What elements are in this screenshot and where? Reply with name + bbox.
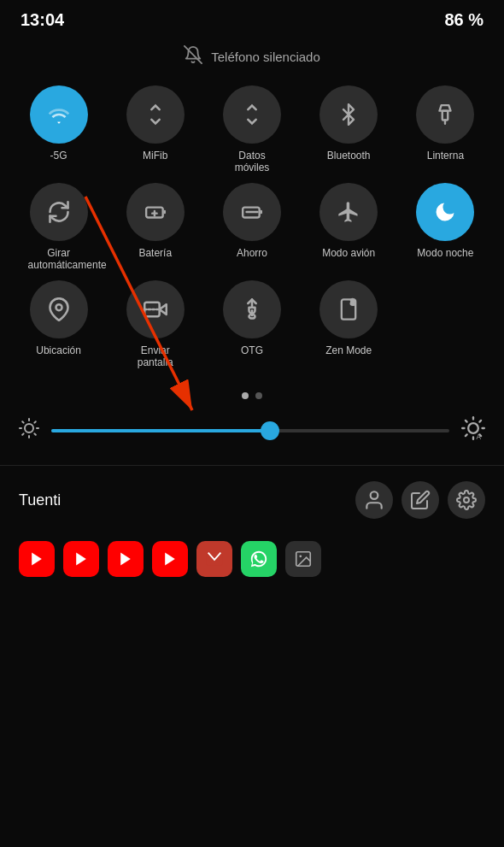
qs-modo-noche[interactable]: Modo noche <box>399 183 492 272</box>
svg-line-34 <box>466 435 467 437</box>
qs-ubicacion[interactable]: Ubicación <box>12 280 105 369</box>
bateria-icon-circle <box>126 183 185 241</box>
svg-text:A: A <box>477 433 482 440</box>
qs-enviar-pantalla-label: Enviar pantalla <box>125 344 186 369</box>
svg-point-37 <box>371 492 378 500</box>
qs-empty <box>399 280 492 369</box>
otg-icon-circle <box>223 280 281 338</box>
linterna-icon-circle <box>416 85 474 144</box>
account-name: Tuenti <box>19 491 347 509</box>
divider <box>0 465 504 466</box>
silent-label: Teléfono silenciado <box>211 50 320 64</box>
brightness-thumb <box>261 421 279 440</box>
svg-point-9 <box>56 304 62 310</box>
qs-zen-mode-label: Zen Mode <box>325 344 372 356</box>
svg-text:2: 2 <box>351 298 355 306</box>
qs-datos-moviles[interactable]: Datos móviles <box>205 85 298 174</box>
app-youtube-3[interactable] <box>108 541 144 577</box>
app-gallery[interactable] <box>285 541 321 577</box>
ubicacion-icon-circle <box>30 280 88 338</box>
svg-point-38 <box>464 497 469 503</box>
enviar-pantalla-icon-circle <box>126 280 185 338</box>
app-youtube-2[interactable] <box>63 541 99 577</box>
mifib-icon-circle <box>126 85 185 144</box>
svg-line-22 <box>34 433 35 434</box>
svg-line-25 <box>22 433 23 434</box>
account-avatar-button[interactable] <box>355 481 393 519</box>
svg-marker-41 <box>120 553 131 566</box>
qs-bateria-label: Batería <box>138 247 172 259</box>
rotate-icon-circle <box>30 183 88 241</box>
svg-point-44 <box>299 556 302 558</box>
brightness-auto-icon: A <box>461 416 485 444</box>
svg-point-18 <box>25 424 33 432</box>
svg-line-35 <box>479 421 481 422</box>
quick-settings-row2: Girar automáticamente Batería Ahorro <box>0 183 504 272</box>
svg-marker-40 <box>76 553 86 566</box>
qs-modo-noche-label: Modo noche <box>417 247 473 259</box>
pagination-dots <box>0 377 504 409</box>
status-bar: 13:04 86 % <box>0 0 504 37</box>
qs-linterna[interactable]: Linterna <box>399 85 492 174</box>
datos-moviles-icon-circle <box>223 85 281 144</box>
bell-slash-icon <box>184 45 202 68</box>
svg-rect-1 <box>442 111 448 121</box>
svg-line-26 <box>34 421 35 422</box>
app-gmail[interactable] <box>196 541 232 577</box>
modo-noche-icon-circle <box>416 183 474 241</box>
app-whatsapp[interactable] <box>241 541 277 577</box>
qs-ubicacion-label: Ubicación <box>36 344 81 356</box>
brightness-low-icon <box>19 418 39 444</box>
qs-enviar-pantalla[interactable]: Enviar pantalla <box>108 280 202 369</box>
account-settings-button[interactable] <box>448 481 485 519</box>
qs-mifib[interactable]: MiFib <box>108 85 202 174</box>
status-battery: 86 % <box>444 10 483 30</box>
qs-bateria[interactable]: Batería <box>108 183 202 272</box>
qs-bluetooth[interactable]: Bluetooth <box>302 85 396 174</box>
svg-line-30 <box>466 421 467 422</box>
qs-mifib-label: MiFib <box>143 150 167 162</box>
qs-modo-avion[interactable]: Modo avión <box>302 183 396 272</box>
silent-notification: Teléfono silenciado <box>0 37 504 85</box>
svg-marker-42 <box>165 553 175 566</box>
svg-point-27 <box>468 424 478 434</box>
svg-marker-39 <box>32 553 42 566</box>
qs-otg-label: OTG <box>241 344 263 356</box>
svg-line-21 <box>22 421 23 422</box>
qs-zen-mode[interactable]: 2 Zen Mode <box>302 280 396 369</box>
app-row <box>0 527 504 577</box>
qs-ahorro-label: Ahorro <box>237 247 267 259</box>
qs-datos-label: Datos móviles <box>221 150 283 174</box>
status-time: 13:04 <box>21 10 64 30</box>
qs-modo-avion-label: Modo avión <box>322 247 375 259</box>
brightness-fill <box>51 429 270 432</box>
account-edit-button[interactable] <box>401 481 439 519</box>
quick-settings-row3: Ubicación Enviar pantalla OTG <box>0 280 504 369</box>
svg-line-0 <box>185 46 202 63</box>
brightness-row[interactable]: A <box>0 409 504 458</box>
qs-bluetooth-label: Bluetooth <box>327 150 371 162</box>
brightness-slider[interactable] <box>51 429 449 432</box>
bluetooth-icon-circle <box>319 85 378 144</box>
ahorro-icon-circle <box>223 183 281 241</box>
qs-rotate-label: Girar automáticamente <box>28 247 90 272</box>
dot-2 <box>255 392 262 399</box>
quick-settings-row1: -5G MiFib Datos móviles Bluetooth <box>0 85 504 174</box>
wifi-icon-circle <box>30 85 88 144</box>
zen-mode-icon-circle: 2 <box>319 280 378 338</box>
qs-wifi[interactable]: -5G <box>12 85 105 174</box>
modo-avion-icon-circle <box>319 183 378 241</box>
app-youtube-4[interactable] <box>152 541 188 577</box>
dot-1 <box>242 392 249 399</box>
qs-rotate[interactable]: Girar automáticamente <box>12 183 105 272</box>
qs-otg[interactable]: OTG <box>205 280 298 369</box>
account-row: Tuenti <box>0 473 504 527</box>
qs-ahorro[interactable]: Ahorro <box>205 183 298 272</box>
qs-wifi-label: -5G <box>50 150 67 162</box>
app-youtube-1[interactable] <box>19 541 55 577</box>
qs-linterna-label: Linterna <box>427 150 464 162</box>
